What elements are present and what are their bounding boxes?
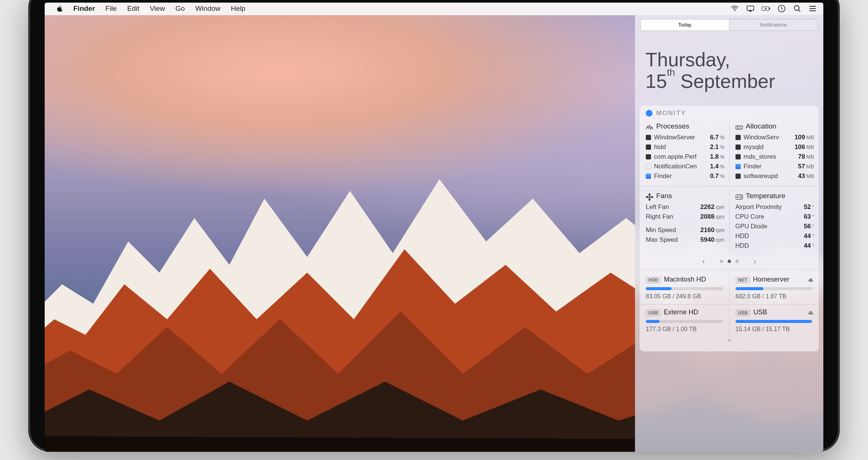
- svg-point-0: [734, 10, 735, 12]
- process-row: NotificationCen1.4%: [646, 162, 725, 171]
- widget-pager: ‹ ›: [640, 254, 818, 267]
- svg-point-8: [810, 10, 811, 12]
- row-value: 2160: [701, 225, 715, 235]
- allocation-row: mysqld106MB: [735, 142, 814, 152]
- airplay-icon[interactable]: [746, 4, 755, 13]
- row-value: 2262: [701, 202, 715, 212]
- notification-center-panel: Today Notifications Thursday, 15th Septe…: [635, 15, 823, 452]
- row-unit: MB: [806, 152, 814, 162]
- svg-point-10: [649, 196, 651, 198]
- pager-dot[interactable]: [735, 260, 739, 263]
- row-value: 1.4: [710, 162, 719, 171]
- row-value: 1.8: [710, 152, 719, 162]
- row-unit: MB: [806, 171, 814, 181]
- row-unit: °: [812, 231, 814, 241]
- notification-center-icon[interactable]: [808, 4, 817, 13]
- clock-icon[interactable]: [777, 4, 786, 13]
- row-label: Finder: [744, 162, 789, 171]
- widget-title: MONITY: [640, 110, 818, 119]
- menubar-item-view[interactable]: View: [144, 4, 170, 12]
- monity-widget: MONITY Processes WindowServer6.: [639, 105, 819, 352]
- app-swatch-icon: [646, 145, 651, 150]
- menubar-item-go[interactable]: Go: [170, 4, 190, 12]
- process-row: WindowServer6.7%: [646, 133, 725, 142]
- row-label: NotificationCen: [654, 162, 699, 171]
- row-label: Airport Proximity: [735, 202, 789, 212]
- temperature-row: CPU Core63°: [735, 212, 814, 222]
- row-label: mds_stores: [744, 152, 789, 162]
- disk-tag: USB: [735, 310, 750, 316]
- row-value: 63: [804, 212, 811, 222]
- row-unit: MB: [806, 162, 814, 171]
- disk-size-label: 83.05 GB / 249.8 GB: [646, 293, 723, 300]
- row-label: mysqld: [744, 142, 789, 152]
- disk-tag: HDD: [646, 277, 661, 283]
- row-value: 56: [804, 222, 811, 231]
- disk-tag: USB: [646, 310, 661, 316]
- row-label: GPU Diode: [735, 222, 789, 231]
- allocation-column: Allocation WindowServ109MBmysqld106MBmds…: [729, 119, 819, 184]
- svg-rect-9: [736, 126, 743, 129]
- row-unit: %: [720, 133, 724, 142]
- laptop-bezel: Finder FileEditViewGoWindowHelp: [28, 0, 840, 452]
- fan-icon: [646, 193, 653, 199]
- row-unit: %: [720, 162, 724, 171]
- pager-dot[interactable]: [728, 260, 731, 263]
- row-label: WindowServ: [744, 133, 789, 142]
- battery-icon[interactable]: [762, 4, 770, 13]
- temperature-row: GPU Diode56°: [735, 222, 814, 231]
- spotlight-icon[interactable]: [793, 4, 802, 13]
- temperature-icon: [735, 193, 743, 199]
- screen: Finder FileEditViewGoWindowHelp: [45, 3, 823, 452]
- allocation-row: mds_stores78MB: [735, 152, 814, 162]
- app-swatch-icon: [735, 135, 741, 140]
- nc-tab-today[interactable]: Today: [641, 19, 729, 31]
- allocation-row: Finder57MB: [735, 162, 814, 171]
- temperature-row: Airport Proximity52°: [735, 202, 814, 212]
- wifi-icon[interactable]: [730, 4, 739, 13]
- pager-dot[interactable]: [720, 260, 723, 263]
- eject-icon[interactable]: ⏏: [808, 276, 813, 283]
- fan-row: Right Fan2088rpm: [646, 212, 725, 222]
- desktop: Finder FileEditViewGoWindowHelp: [45, 3, 823, 452]
- row-unit: rpm: [715, 235, 724, 245]
- pager-next-button[interactable]: ›: [754, 257, 756, 266]
- fan-stat-row: Max Speed5940rpm: [646, 235, 725, 245]
- disk-name: USB: [753, 308, 767, 316]
- pager-prev-button[interactable]: ‹: [702, 257, 705, 266]
- monity-app-icon: [646, 110, 652, 117]
- row-label: hidd: [654, 142, 699, 152]
- menubar-item-window[interactable]: Window: [190, 4, 226, 12]
- menubar-status-icons: [730, 4, 817, 13]
- nc-tab-notifications[interactable]: Notifications: [729, 19, 818, 31]
- disk-name: Macintosh HD: [664, 276, 706, 283]
- disk-cell: USBExterne HD177.3 GB / 1.00 TB: [640, 304, 729, 337]
- disk-grid: HDDMacintosh HD83.05 GB / 249.8 GBNETHom…: [640, 272, 818, 337]
- row-value: 43: [798, 171, 805, 181]
- row-value: 109: [795, 133, 805, 142]
- disk-expander-icon[interactable]: ⌃: [640, 337, 818, 349]
- row-label: Min Speed: [646, 225, 698, 235]
- row-unit: rpm: [715, 225, 724, 235]
- fan-stat-row: Min Speed2160rpm: [646, 225, 725, 235]
- svg-rect-11: [736, 195, 743, 199]
- row-label: HDD: [735, 241, 789, 251]
- disk-size-label: 177.3 GB / 1.00 TB: [646, 326, 723, 333]
- row-label: com.apple.Perf: [654, 152, 699, 162]
- menubar-item-help[interactable]: Help: [226, 4, 250, 12]
- row-value: 52: [804, 202, 811, 212]
- svg-point-12: [737, 196, 738, 198]
- svg-point-7: [810, 8, 811, 9]
- eject-icon[interactable]: ⏏: [808, 309, 813, 316]
- row-unit: rpm: [715, 202, 724, 212]
- apple-menu-icon[interactable]: [51, 5, 68, 12]
- menubar-app-name[interactable]: Finder: [68, 4, 100, 13]
- row-unit: %: [720, 152, 724, 162]
- disk-cell: HDDMacintosh HD83.05 GB / 249.8 GB: [640, 272, 729, 304]
- menubar-item-edit[interactable]: Edit: [122, 4, 145, 12]
- svg-rect-3: [769, 8, 770, 10]
- app-swatch-icon: [646, 174, 651, 179]
- disk-name: Externe HD: [664, 308, 698, 316]
- row-value: 2088: [701, 212, 715, 222]
- menubar-item-file[interactable]: File: [100, 4, 122, 12]
